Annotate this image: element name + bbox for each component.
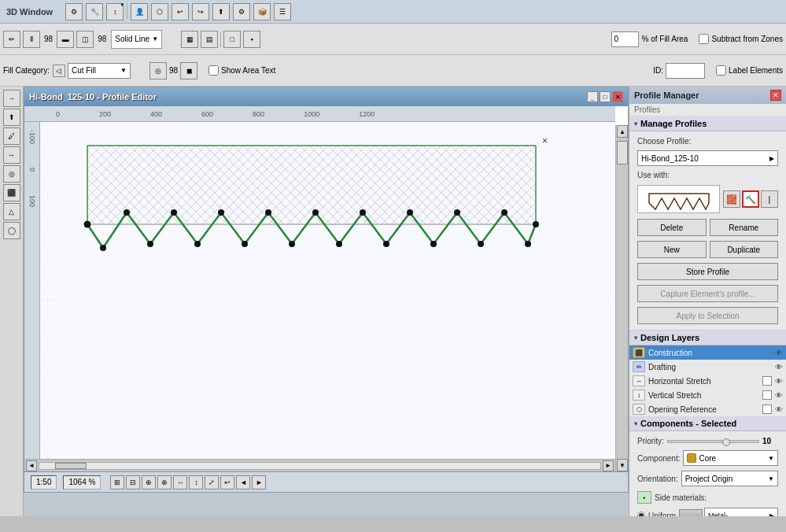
zoom-btn-5[interactable]: ↔ <box>173 475 187 490</box>
tb-icon-d[interactable]: ◫ <box>76 31 94 48</box>
layer-construction[interactable]: ⬛ Construction 👁 <box>629 345 786 360</box>
sidebar-btn-8[interactable]: ◯ <box>3 222 20 239</box>
toolbar-icon-11[interactable]: ☰ <box>274 3 291 20</box>
layer-v-stretch[interactable]: ↕ Vertical Stretch 👁 <box>629 388 786 402</box>
h-stretch-check[interactable] <box>762 376 772 386</box>
sidebar-btn-4[interactable]: ↔ <box>3 146 20 164</box>
component-dropdown[interactable]: Core ▼ <box>683 450 778 466</box>
use-with-column-icon[interactable]: | <box>761 190 778 208</box>
zoom-btn-7[interactable]: ⤢ <box>205 475 219 490</box>
opening-ref-check[interactable] <box>762 405 772 414</box>
tb-icon-i[interactable]: ◁ <box>53 65 65 77</box>
sidebar-btn-1[interactable]: → <box>3 90 20 107</box>
duplicate-btn[interactable]: Duplicate <box>710 241 779 258</box>
layer-h-stretch[interactable]: ↔ Horizontal Stretch 👁 <box>629 374 786 388</box>
choose-profile-dropdown[interactable]: Hi-Bond_125-10 ▶ <box>637 150 778 166</box>
svg-point-16 <box>194 241 201 247</box>
subtract-zones-check[interactable] <box>699 34 709 44</box>
v-stretch-icon: ↕ <box>633 390 645 401</box>
priority-slider[interactable] <box>667 440 759 443</box>
side-materials-row: ▪ Side materials: <box>634 489 781 506</box>
tb-icon-h[interactable]: ▪ <box>243 31 260 48</box>
manage-profiles-header[interactable]: ▾ Manage Profiles <box>629 116 786 131</box>
capture-element-btn[interactable]: Capture Element's profile... <box>637 285 778 302</box>
orientation-dropdown[interactable]: Project Origin ▼ <box>681 471 778 486</box>
toolbar-icon-3[interactable]: ↕▼ <box>106 3 124 20</box>
toolbar-icon-9[interactable]: ⚙ <box>233 3 250 20</box>
sidebar-btn-2[interactable]: ⬆ <box>3 109 20 126</box>
fill-area-input[interactable]: 0 <box>611 31 639 47</box>
drafting-eye[interactable]: 👁 <box>775 363 783 371</box>
toolbar-icon-5[interactable]: ⬡ <box>151 3 168 20</box>
zoom-ratio: 1:50 <box>31 475 57 490</box>
construction-eye[interactable]: 👁 <box>775 349 783 357</box>
zoom-btn-1[interactable]: ⊞ <box>110 475 124 490</box>
tb-icon-k[interactable]: ◼ <box>180 62 197 79</box>
toolbar-icon-10[interactable]: 📦 <box>253 3 271 20</box>
close-btn[interactable]: ✕ <box>612 91 623 102</box>
design-layers-header[interactable]: ▾ Design Layers <box>629 331 786 345</box>
main-layout: → ⬆ 🖊 ↔ ◎ ⬛ △ ◯ Hi-Bond_125-10 - Profile… <box>0 87 786 516</box>
slider-thumb[interactable] <box>722 438 730 446</box>
rename-btn[interactable]: Rename <box>710 219 779 236</box>
id-input[interactable] <box>666 63 705 79</box>
fill-category-dropdown[interactable]: Cut Fill ▼ <box>68 63 131 79</box>
side-materials-icon: ▪ <box>637 491 651 504</box>
horizontal-scrollbar[interactable]: ◄ ► <box>24 459 615 471</box>
orientation-label: Orientation: <box>637 475 678 483</box>
tb-icon-a[interactable]: ✏ <box>3 31 20 48</box>
profiles-subtitle: Profiles <box>629 104 786 116</box>
orientation-row: Orientation: Project Origin ▼ <box>634 468 781 489</box>
panel-close-btn[interactable]: ✕ <box>770 90 781 101</box>
toolbar-icon-8[interactable]: ⬆ <box>212 3 230 20</box>
v-scroll-thumb[interactable] <box>617 141 628 164</box>
components-header[interactable]: ▾ Components - Selected <box>629 416 786 431</box>
sidebar-btn-3[interactable]: 🖊 <box>3 127 20 145</box>
sidebar-btn-7[interactable]: △ <box>3 203 20 220</box>
v-stretch-eye[interactable]: 👁 <box>775 391 783 400</box>
toolbar-icon-7[interactable]: ↪ <box>192 3 209 20</box>
label-elements-check[interactable] <box>716 65 726 76</box>
opening-ref-eye[interactable]: 👁 <box>775 405 783 414</box>
h-stretch-eye[interactable]: 👁 <box>775 377 783 386</box>
store-profile-btn[interactable]: Store Profile <box>637 263 778 280</box>
layer-opening-ref[interactable]: ⬡ Opening Reference 👁 <box>629 402 786 416</box>
sidebar-btn-6[interactable]: ⬛ <box>3 184 20 201</box>
tb-icon-e[interactable]: ▦ <box>181 31 198 48</box>
v-stretch-check[interactable] <box>762 390 772 400</box>
metal-dropdown[interactable]: Metal-... ▶ <box>704 508 778 516</box>
maximize-btn[interactable]: □ <box>600 91 611 102</box>
zoom-btn-8[interactable]: ↩ <box>220 475 234 490</box>
tb-icon-j[interactable]: ◎ <box>149 62 167 79</box>
use-with-beam-icon[interactable]: 🔨 <box>742 190 759 208</box>
toolbar-icon-4[interactable]: 👤 <box>131 3 148 20</box>
tb-icon-b[interactable]: Ⅱ <box>23 31 40 48</box>
tb-icon-g[interactable]: □ <box>223 31 241 48</box>
zoom-btn-3[interactable]: ⊕ <box>142 475 156 490</box>
layer-drafting[interactable]: ✏ Drafting 👁 <box>629 360 786 374</box>
show-area-label: Show Area Text <box>221 66 275 75</box>
toolbar-row2: Fill Category: ◁ Cut Fill ▼ ◎ 98 ◼ Show … <box>0 55 786 87</box>
sidebar-btn-5[interactable]: ◎ <box>3 165 20 183</box>
vertical-scrollbar[interactable]: ▲ ▼ <box>615 125 628 471</box>
show-area-check[interactable] <box>208 65 219 76</box>
zoom-btn-6[interactable]: ↕ <box>189 475 203 490</box>
tb-icon-c[interactable]: ▬ <box>57 31 74 48</box>
toolbar-icon-6[interactable]: ↩ <box>172 3 189 20</box>
toolbar-icon-1[interactable]: ⚙ <box>65 3 83 20</box>
uniform-radio[interactable] <box>637 512 645 516</box>
use-with-label: Use with: <box>637 171 670 179</box>
zoom-btn-4[interactable]: ⊗ <box>157 475 172 490</box>
toolbar-icon-2[interactable]: 🔧 <box>86 3 103 20</box>
delete-btn[interactable]: Delete <box>637 219 707 236</box>
tb-icon-f[interactable]: ▤ <box>201 31 218 48</box>
apply-selection-btn[interactable]: Apply to Selection <box>637 307 778 324</box>
use-with-wall-icon[interactable]: 🧱 <box>723 190 740 208</box>
profile-editor-titlebar[interactable]: Hi-Bond_125-10 - Profile Editor _ □ ✕ <box>24 87 628 106</box>
zoom-btn-10[interactable]: ► <box>252 475 266 490</box>
minimize-btn[interactable]: _ <box>587 91 598 102</box>
zoom-btn-9[interactable]: ◄ <box>236 475 250 490</box>
priority-label: Priority: <box>637 437 664 445</box>
zoom-btn-2[interactable]: ⊟ <box>126 475 140 490</box>
new-btn[interactable]: New <box>637 241 707 258</box>
